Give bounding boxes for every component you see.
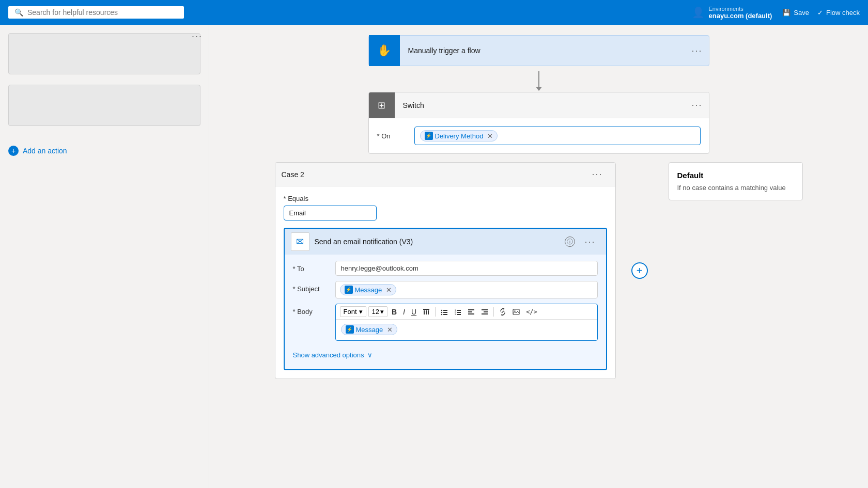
toolbar-sep2 [493, 307, 494, 317]
email-dots[interactable]: ··· [580, 237, 599, 247]
topbar-right: 👤 Environments enayu.com (default) 💾 Sav… [692, 6, 860, 20]
body-content[interactable]: ⚡ Message ✕ [336, 320, 597, 340]
chevron-down-icon: ∨ [367, 351, 373, 359]
size-dropdown[interactable]: 12 ▾ [368, 306, 388, 317]
svg-rect-2 [426, 310, 427, 314]
info-icon[interactable]: ⓘ [565, 237, 575, 247]
subject-token-icon: ⚡ [345, 286, 353, 294]
switch-header: ⊞ Switch ··· [369, 92, 709, 118]
body-message-token: ⚡ Message ✕ [341, 324, 398, 335]
case2-block: Case 2 ··· * Equals ✉ Send an email noti… [275, 162, 616, 379]
case2-dots[interactable]: ··· [585, 169, 609, 180]
italic-button[interactable]: I [401, 307, 407, 317]
subject-token-remove[interactable]: ✕ [386, 286, 392, 294]
flow-arrow [538, 66, 539, 92]
image-button[interactable] [510, 307, 522, 317]
svg-point-6 [441, 311, 442, 312]
align-right-button[interactable] [479, 307, 490, 317]
topbar-actions: 💾 Save ✓ Flow check [782, 9, 860, 17]
numbers-button[interactable]: 1.2.3. [452, 307, 463, 317]
font-chevron-icon: ▾ [359, 308, 363, 316]
grid-icon: ⊞ [378, 100, 385, 111]
subject-token-input[interactable]: ⚡ Message ✕ [335, 281, 598, 298]
topbar: 🔍 👤 Environments enayu.com (default) 💾 S… [0, 0, 868, 25]
paint-icon [423, 308, 430, 316]
equals-input[interactable] [284, 206, 377, 221]
save-button[interactable]: 💾 Save [782, 9, 809, 17]
body-token-remove[interactable]: ✕ [387, 326, 393, 334]
to-field-row: * To [293, 261, 598, 276]
align-left-button[interactable] [466, 307, 477, 317]
svg-rect-20 [484, 311, 488, 312]
toolbar-sep1 [435, 307, 436, 317]
search-input[interactable] [27, 8, 178, 17]
arrow-line [538, 71, 539, 87]
svg-point-8 [441, 313, 442, 314]
add-action-label: Add an action [23, 147, 67, 155]
add-action-button[interactable]: + Add an action [8, 141, 67, 160]
subject-label: * Subject [293, 281, 329, 293]
delivery-method-token: ⚡ Delivery Method ✕ [420, 130, 498, 141]
code-button[interactable]: </> [524, 307, 539, 317]
env-person-icon: 👤 [692, 6, 705, 19]
topbar-env: 👤 Environments enayu.com (default) [692, 6, 772, 20]
body-token-icon: ⚡ [346, 325, 354, 334]
env-name: enayu.com (default) [709, 12, 772, 20]
svg-rect-13 [457, 312, 461, 313]
paint-button[interactable] [421, 307, 432, 317]
case2-header: Case 2 ··· [275, 163, 615, 186]
flow-check-button[interactable]: ✓ Flow check [817, 9, 860, 17]
size-chevron-icon: ▾ [380, 308, 384, 316]
svg-rect-17 [468, 311, 472, 312]
case-bottom-placeholder [8, 85, 200, 126]
align-left-icon [468, 308, 475, 316]
bullets-button[interactable] [439, 307, 450, 317]
case1-placeholder [8, 33, 200, 74]
bullets-icon [441, 308, 448, 316]
email-icon-box: ✉ [291, 232, 309, 251]
svg-text:3.: 3. [455, 313, 456, 316]
underline-button[interactable]: U [409, 307, 419, 317]
switch-body: * On ⚡ Delivery Method ✕ [369, 118, 709, 153]
switch-title: Switch [395, 101, 686, 109]
show-advanced-label: Show advanced options [293, 351, 364, 359]
image-icon [513, 308, 520, 316]
case2-body: * Equals ✉ Send an email notification (V… [275, 186, 615, 379]
bold-button[interactable]: B [390, 307, 399, 317]
numbers-icon: 1.2.3. [454, 308, 461, 316]
svg-rect-15 [457, 314, 461, 315]
svg-rect-5 [443, 310, 447, 311]
to-label: * To [293, 261, 329, 273]
email-body: * To * Subject ⚡ Message [285, 255, 606, 347]
trigger-icon-area: ✋ [369, 35, 400, 66]
default-title: Default [677, 171, 794, 180]
to-input[interactable] [335, 261, 598, 276]
align-right-icon [481, 308, 488, 316]
body-label: * Body [293, 304, 329, 316]
body-field-row: * Body Font ▾ 12 [293, 304, 598, 341]
svg-rect-19 [482, 309, 488, 310]
link-icon [499, 308, 506, 316]
default-panel: Default If no case contains a matching v… [669, 162, 803, 200]
delivery-method-remove[interactable]: ✕ [487, 132, 493, 140]
search-box[interactable]: 🔍 [8, 6, 184, 19]
font-dropdown[interactable]: Font ▾ [340, 306, 366, 317]
body-toolbar: Font ▾ 12 ▾ B I [336, 304, 597, 320]
svg-rect-11 [457, 310, 461, 311]
trigger-block: ✋ Manually trigger a flow ··· [368, 35, 709, 66]
case2-title: Case 2 [282, 170, 586, 179]
trigger-dots[interactable]: ··· [685, 45, 708, 56]
center-content: ✋ Manually trigger a flow ··· ⊞ Switch ·… [209, 25, 868, 488]
email-header: ✉ Send an email notification (V3) ⓘ ··· [285, 229, 606, 255]
on-token-input[interactable]: ⚡ Delivery Method ✕ [414, 127, 701, 145]
on-label: * On [377, 132, 408, 140]
link-button[interactable] [497, 307, 508, 317]
left-panel-dots[interactable]: ··· [192, 31, 203, 42]
search-icon: 🔍 [14, 8, 23, 17]
svg-rect-3 [428, 310, 429, 314]
show-advanced-button[interactable]: Show advanced options ∨ [293, 347, 373, 363]
switch-dots[interactable]: ··· [685, 100, 708, 111]
show-advanced-area: Show advanced options ∨ [285, 347, 606, 369]
svg-rect-0 [423, 309, 429, 310]
add-case-button[interactable]: + [631, 262, 648, 279]
